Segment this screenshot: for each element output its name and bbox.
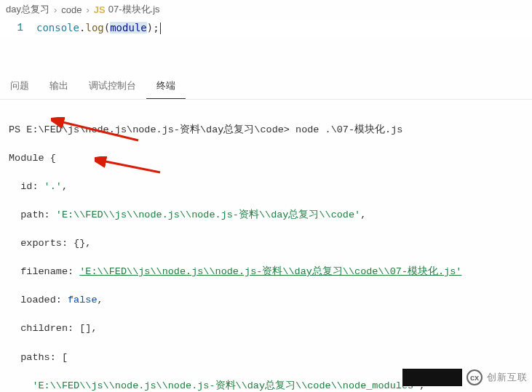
- breadcrumb-segment[interactable]: 07-模块化.js: [108, 3, 160, 16]
- watermark-text: 创新互联: [487, 371, 528, 384]
- token-object: console: [36, 22, 79, 33]
- code-line[interactable]: console.log(module);: [36, 22, 532, 34]
- terminal-panel[interactable]: PS E:\FED\js\node.js\node.js-资料\day总复习\c…: [0, 100, 532, 392]
- tab-output[interactable]: 输出: [39, 73, 79, 99]
- panel-tabs: 问题 输出 调试控制台 终端: [0, 73, 532, 100]
- breadcrumb-segment[interactable]: day总复习: [6, 3, 49, 16]
- terminal-line: path: 'E:\\FED\\js\\node.js\\node.js-资料\…: [9, 208, 523, 223]
- chevron-right-icon: ›: [54, 4, 57, 15]
- terminal-line: Module {: [9, 151, 523, 166]
- terminal-command: node .\07-模块化.js: [295, 124, 402, 135]
- terminal-line: filename: 'E:\\FED\\js\\node.js\\node.js…: [9, 265, 523, 279]
- terminal-prompt: PS E:\FED\js\node.js\node.js-资料\day总复习\c…: [9, 124, 290, 135]
- token-paren: (: [104, 22, 110, 33]
- token-semi: ;: [153, 22, 159, 33]
- tab-problems[interactable]: 问题: [0, 73, 39, 99]
- token-variable-selected: module: [110, 22, 147, 33]
- watermark: cx 创新互联: [402, 369, 528, 386]
- terminal-line: loaded: false,: [9, 293, 523, 308]
- chevron-right-icon: ›: [87, 4, 90, 15]
- line-number: 1: [0, 22, 36, 34]
- editor-cursor: [160, 23, 161, 34]
- token-method: log: [85, 22, 103, 33]
- watermark-logo-icon: cx: [467, 369, 483, 385]
- token-paren: ): [147, 22, 153, 33]
- terminal-line: id: '.',: [9, 180, 523, 194]
- terminal-line: children: [],: [9, 321, 523, 336]
- breadcrumb: day总复习 › code › JS 07-模块化.js: [0, 0, 532, 19]
- code-editor[interactable]: 1 console.log(module);: [0, 19, 532, 37]
- terminal-line: paths: [: [9, 351, 523, 365]
- tab-debug-console[interactable]: 调试控制台: [79, 73, 146, 99]
- terminal-line: exports: {},: [9, 236, 523, 251]
- watermark-badge: [402, 369, 462, 386]
- terminal-line: PS E:\FED\js\node.js\node.js-资料\day总复习\c…: [9, 123, 523, 137]
- tab-terminal[interactable]: 终端: [146, 73, 186, 99]
- breadcrumb-segment[interactable]: code: [61, 4, 82, 15]
- js-file-icon: JS: [94, 4, 106, 15]
